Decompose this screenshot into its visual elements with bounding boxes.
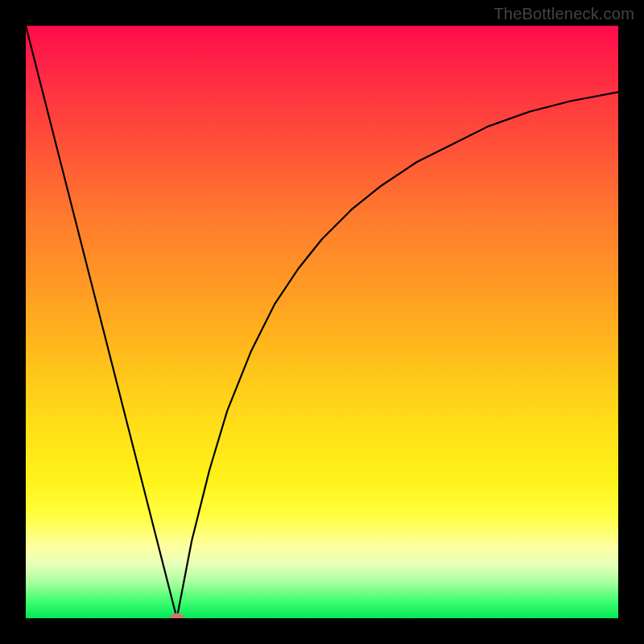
watermark-text: TheBottleneck.com (493, 5, 634, 23)
min-marker (170, 613, 184, 619)
curve-path (26, 26, 618, 618)
chart-container: TheBottleneck.com (0, 0, 644, 644)
plot-area (26, 26, 618, 618)
bottleneck-curve (26, 26, 618, 618)
